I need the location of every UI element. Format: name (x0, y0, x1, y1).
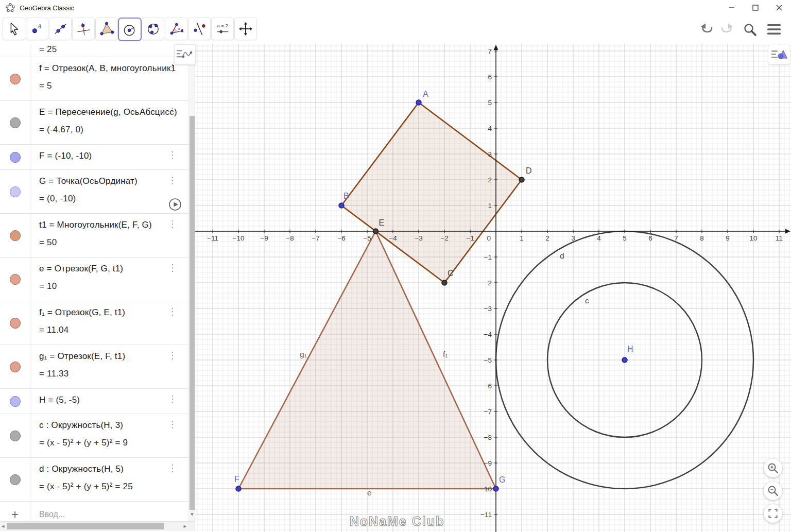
svg-text:11: 11 (776, 234, 783, 242)
line-tool[interactable] (49, 18, 72, 40)
algebra-row-E[interactable]: E = Пересечение(g, ОсьАбсцисс)= (-4.67, … (0, 101, 188, 145)
object-visibility-dot[interactable] (10, 274, 21, 285)
redo-button[interactable] (718, 21, 735, 38)
object-visibility-dot[interactable] (10, 431, 21, 441)
row-menu-icon[interactable]: ⋮ (168, 220, 177, 228)
object-visibility-dot[interactable] (10, 396, 21, 407)
object-visibility-dot[interactable] (10, 117, 21, 128)
visibility-cell (0, 458, 30, 501)
object-value: = (x - 5)² + (y + 5)² = 25 (39, 482, 188, 492)
row-menu-icon[interactable]: ⋮ (168, 108, 177, 115)
zoom-in-button[interactable] (764, 459, 782, 477)
object-value: = 50 (39, 237, 188, 248)
reflect-tool[interactable] (188, 18, 211, 40)
polygon-tool[interactable] (95, 18, 118, 40)
point-E[interactable] (373, 229, 379, 234)
maximize-button[interactable] (744, 0, 767, 15)
point-F[interactable] (236, 486, 241, 491)
row-menu-icon[interactable]: ⋮ (168, 64, 177, 71)
object-value: = 25 (39, 44, 188, 55)
object-visibility-dot[interactable] (10, 474, 21, 485)
row-menu-icon[interactable]: ⋮ (168, 151, 177, 159)
object-visibility-dot[interactable] (10, 362, 21, 372)
polygon-icon (99, 22, 114, 36)
circle-with-center-tool[interactable] (118, 18, 142, 41)
graphics-settings-button[interactable] (768, 45, 790, 64)
move-tool[interactable] (3, 18, 25, 40)
label-f₁: f₁ (443, 350, 448, 358)
algebra-row-F[interactable]: F = (-10, -10)⋮ (0, 145, 188, 170)
play-animation-button[interactable] (168, 198, 182, 213)
svg-text:7: 7 (488, 47, 492, 55)
algebra-horizontal-scrollbar[interactable]: ◂ ▸ (0, 521, 195, 531)
row-menu-icon[interactable]: ⋮ (168, 308, 177, 315)
point-D[interactable] (519, 177, 524, 182)
object-visibility-dot[interactable] (10, 318, 21, 329)
undo-button[interactable] (698, 21, 716, 38)
object-visibility-dot[interactable] (10, 152, 21, 163)
svg-text:−10: −10 (233, 234, 245, 242)
fullscreen-button[interactable] (764, 504, 782, 523)
algebra-row-f1[interactable]: f₁ = Отрезок(G, E, t1)= 11.04⋮ (0, 301, 188, 345)
svg-text:−9: −9 (484, 459, 492, 467)
object-visibility-dot[interactable] (10, 230, 21, 241)
svg-text:−3: −3 (415, 234, 422, 242)
algebra-row-G[interactable]: G = Точка(ОсьОрдинат)= (0, -10)⋮ (0, 170, 188, 214)
vertical-scrollbar-thumb[interactable] (190, 116, 195, 510)
move-graphics-tool[interactable] (234, 18, 257, 40)
row-menu-icon[interactable]: ⋮ (168, 465, 177, 472)
scrollbar-left-arrow[interactable]: ◂ (2, 523, 5, 529)
graphics-area[interactable]: −11−10−9−8−7−6−5−4−3−2−112345678910110−1… (195, 44, 791, 532)
algebra-row-c[interactable]: c : Окружность(H, 3)= (x - 5)² + (y + 5)… (0, 414, 188, 458)
menu-button[interactable] (765, 21, 783, 38)
zoom-out-button[interactable] (764, 482, 782, 500)
svg-text:5: 5 (623, 234, 627, 242)
toolbar: A α a = 2 (0, 15, 791, 44)
svg-text:A: A (37, 23, 42, 30)
minimize-button[interactable] (720, 0, 744, 15)
algebra-row-d[interactable]: d : Окружность(H, 5)= (x - 5)² + (y + 5)… (0, 458, 188, 502)
object-visibility-dot[interactable] (10, 186, 21, 197)
conic-tool[interactable] (142, 18, 164, 40)
algebra-row-f[interactable]: f = Отрезок(A, B, многоугольник1= 5⋮ (0, 57, 188, 101)
algebra-row-H[interactable]: H = (5, -5)⋮ (0, 389, 188, 414)
point-label-D: D (526, 166, 532, 175)
point-B[interactable] (339, 203, 344, 208)
point-label-G: G (499, 475, 505, 484)
algebra-style-panel-button[interactable] (174, 44, 196, 65)
watermark: NoNaMe Club (350, 514, 445, 528)
zoom-in-icon (767, 462, 779, 474)
point-label-H: H (627, 345, 633, 353)
point-C[interactable] (442, 280, 447, 285)
point-A[interactable] (416, 100, 421, 105)
object-definition: g₁ = Отрезок(E, F, t1) (39, 351, 188, 362)
slider-tool[interactable]: a = 2 (211, 18, 234, 40)
row-menu-icon[interactable]: ⋮ (168, 177, 177, 184)
row-menu-icon[interactable]: ⋮ (168, 264, 177, 271)
function-list-icon (176, 47, 194, 62)
graphics-view[interactable]: −11−10−9−8−7−6−5−4−3−2−112345678910110−1… (195, 44, 791, 532)
search-button[interactable] (741, 21, 759, 38)
point-tool[interactable]: A (26, 18, 48, 40)
point-H[interactable] (622, 357, 627, 363)
scrollbar-right-arrow[interactable]: ▸ (183, 523, 186, 529)
algebra-row-e[interactable]: e = Отрезок(F, G, t1)= 10⋮ (0, 258, 188, 301)
algebra-row-t1[interactable]: t1 = Многоугольник(E, F, G)= 50⋮ (0, 214, 188, 258)
svg-text:3: 3 (488, 150, 492, 158)
label-d: d (560, 251, 564, 260)
row-menu-icon[interactable]: ⋮ (168, 352, 177, 359)
close-button[interactable] (767, 0, 791, 15)
plus-icon: + (11, 507, 19, 522)
label-e: e (367, 488, 372, 497)
point-G[interactable] (493, 486, 498, 491)
label-g₁: g₁ (300, 350, 307, 358)
row-menu-icon[interactable]: ⋮ (168, 396, 177, 403)
row-menu-icon[interactable]: ⋮ (168, 421, 177, 428)
angle-tool[interactable]: α (165, 18, 187, 40)
horizontal-scrollbar-thumb[interactable] (7, 523, 164, 529)
object-visibility-dot[interactable] (10, 74, 21, 84)
algebra-row-g1[interactable]: g₁ = Отрезок(E, F, t1)= 11.33⋮ (0, 345, 188, 389)
perpendicular-line-tool[interactable] (72, 18, 95, 40)
algebra-row-prev[interactable]: = 25 (0, 44, 188, 57)
object-definition: t1 = Многоугольник(E, F, G) (39, 220, 188, 230)
